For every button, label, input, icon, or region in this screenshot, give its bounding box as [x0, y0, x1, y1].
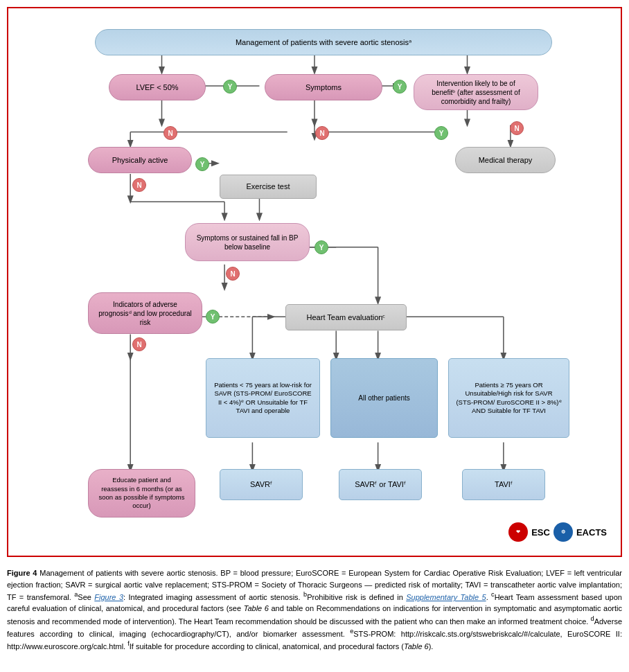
top-title-text: Management of patients with severe aorti…: [236, 37, 411, 47]
educate-box: Educate patient and reassess in 6 months…: [88, 469, 195, 518]
indicators-y-label: Y: [206, 310, 220, 324]
lvef-text: LVEF < 50%: [136, 82, 178, 92]
esc-label: ESC: [531, 527, 550, 538]
heart-team-box: Heart Team evaluationᶜ: [285, 304, 407, 330]
intervention-y-label: Y: [434, 126, 448, 140]
esc-logo: ❤: [508, 522, 528, 542]
savr-tavi-text: SAVRᶠ or TAVIᶠ: [355, 479, 406, 489]
all-other-text: All other patients: [358, 394, 410, 403]
symptoms-bp-text: Symptoms or sustained fall in BP below b…: [195, 233, 299, 251]
symptoms-bp-y-label: Y: [314, 240, 328, 254]
intervention-box: Intervention likely to be of benefitᵇ (a…: [414, 74, 538, 110]
exercise-test-box: Exercise test: [220, 175, 317, 199]
symptoms-y-label: Y: [393, 80, 407, 94]
patients-75-less-box: Patients < 75 years at low-risk for SAVR…: [206, 358, 320, 438]
intervention-n-label: N: [510, 121, 524, 135]
lvef-symptoms-y-label: Y: [223, 80, 237, 94]
indicators-n-label: N: [132, 337, 146, 351]
indicators-box: Indicators of adverse prognosisᵈ and low…: [88, 292, 202, 334]
symptoms-n-label: N: [315, 126, 329, 140]
intervention-text: Intervention likely to be of benefitᵇ (a…: [424, 79, 528, 106]
heart-team-text: Heart Team evaluationᶜ: [307, 312, 386, 322]
lvef-box: LVEF < 50%: [109, 74, 206, 100]
exercise-test-text: Exercise test: [247, 182, 290, 191]
diagram-border: Management of patients with severe aorti…: [7, 7, 622, 557]
figure-label: Figure 4: [7, 569, 37, 577]
top-title-box: Management of patients with severe aorti…: [95, 29, 552, 55]
symptoms-box: Symptoms: [265, 74, 382, 100]
savr-text: SAVRᶠ: [250, 479, 272, 489]
eacts-logo: ⚙: [553, 522, 573, 542]
figure-caption: Figure 4 Management of patients with sev…: [7, 564, 622, 655]
symptoms-bp-n-label: N: [226, 267, 240, 281]
physically-active-box: Physically active: [88, 147, 192, 173]
savr-tavi-box: SAVRᶠ or TAVIᶠ: [339, 469, 422, 500]
patients-75-less-text: Patients < 75 years at low-risk for SAVR…: [213, 381, 312, 415]
tavi-text: TAVIᶠ: [495, 479, 513, 489]
physically-active-text: Physically active: [112, 155, 168, 165]
eacts-label: EACTS: [576, 527, 607, 538]
symptoms-text: Symptoms: [305, 82, 342, 92]
physically-active-n-label: N: [132, 178, 146, 192]
page-container: Management of patients with severe aorti…: [0, 0, 629, 662]
all-other-box: All other patients: [330, 358, 438, 438]
logo-area: ❤ ESC ⚙ EACTS: [508, 522, 607, 542]
patients-75-more-text: Patients ≥ 75 years OR Unsuitable/High r…: [456, 381, 562, 415]
educate-text: Educate patient and reassess in 6 months…: [98, 476, 185, 510]
symptoms-bp-box: Symptoms or sustained fall in BP below b…: [185, 223, 310, 261]
physically-active-y-label: Y: [195, 157, 209, 171]
patients-75-more-box: Patients ≥ 75 years OR Unsuitable/High r…: [448, 358, 569, 438]
figure3-link[interactable]: Figure 3: [94, 593, 123, 601]
medical-therapy-text: Medical therapy: [479, 155, 533, 165]
lvef-n-label: N: [163, 126, 177, 140]
savr-box: SAVRᶠ: [220, 469, 303, 500]
indicators-text: Indicators of adverse prognosisᵈ and low…: [98, 300, 192, 327]
flowchart: Management of patients with severe aorti…: [19, 19, 610, 545]
supplementary-table-link[interactable]: Supplementary Table 5: [406, 593, 486, 601]
tavi-box: TAVIᶠ: [462, 469, 545, 500]
medical-therapy-box: Medical therapy: [455, 147, 556, 173]
